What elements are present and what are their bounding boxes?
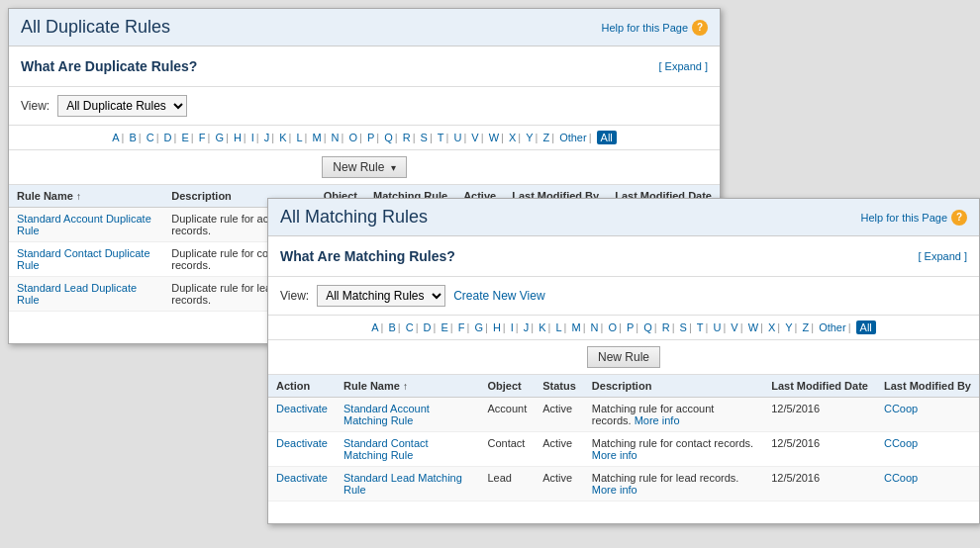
alpha-z-match[interactable]: Z <box>802 321 809 333</box>
standard-contact-dup-link[interactable]: Standard Contact Duplicate Rule <box>17 247 150 271</box>
alpha-o-dup[interactable]: O <box>348 132 357 143</box>
duplicate-panel-title: All Duplicate Rules <box>21 17 170 38</box>
alpha-l-dup[interactable]: L <box>296 132 302 143</box>
duplicate-view-select[interactable]: All Duplicate Rules <box>57 95 187 117</box>
alpha-j-match[interactable]: J <box>524 321 530 333</box>
ccoop-account-link[interactable]: CCoop <box>884 403 918 414</box>
duplicate-view-bar: View: All Duplicate Rules <box>9 87 720 126</box>
alpha-g-match[interactable]: G <box>474 321 483 333</box>
alpha-w-match[interactable]: W <box>748 321 758 333</box>
modified-date-cell: 12/5/2016 <box>763 432 876 467</box>
matching-new-rule-bar: New Rule <box>268 340 979 375</box>
alpha-p-match[interactable]: P <box>627 321 634 333</box>
alpha-n-match[interactable]: N <box>591 321 599 333</box>
standard-contact-match-link[interactable]: Standard Contact Matching Rule <box>343 437 429 461</box>
alpha-a-match[interactable]: A <box>371 321 378 333</box>
alpha-t-match[interactable]: T <box>697 321 704 333</box>
alpha-u-dup[interactable]: U <box>453 132 461 143</box>
matching-info-title: What Are Matching Rules? <box>280 248 455 264</box>
alpha-i-match[interactable]: I <box>511 321 514 333</box>
alpha-q-match[interactable]: Q <box>643 321 652 333</box>
alpha-q-dup[interactable]: Q <box>384 132 393 143</box>
alpha-c-dup[interactable]: C <box>147 132 154 143</box>
deactivate-lead-link[interactable]: Deactivate <box>276 472 328 484</box>
alpha-r-dup[interactable]: R <box>403 132 411 143</box>
action-cell: Deactivate <box>268 398 336 432</box>
alpha-m-dup[interactable]: M <box>312 132 321 143</box>
matching-table: Action Rule Name ↑ Object Status Descrip… <box>268 375 979 502</box>
alpha-u-match[interactable]: U <box>713 321 721 333</box>
matching-help-link[interactable]: Help for this Page ? <box>861 210 967 226</box>
col-last-modified-date-match: Last Modified Date <box>763 375 876 398</box>
standard-account-match-link[interactable]: Standard Account Matching Rule <box>343 403 430 426</box>
alpha-r-match[interactable]: R <box>662 321 670 333</box>
alpha-other-dup[interactable]: Other <box>559 132 587 143</box>
deactivate-account-link[interactable]: Deactivate <box>276 403 328 414</box>
alpha-t-dup[interactable]: T <box>438 132 444 143</box>
alpha-d-match[interactable]: D <box>424 321 432 333</box>
standard-lead-match-link[interactable]: Standard Lead Matching Rule <box>343 472 462 496</box>
ccoop-lead-link[interactable]: CCoop <box>884 472 918 484</box>
alpha-l-match[interactable]: L <box>555 321 561 333</box>
ccoop-contact-link[interactable]: CCoop <box>884 437 918 449</box>
alpha-m-match[interactable]: M <box>571 321 580 333</box>
alpha-w-dup[interactable]: W <box>489 132 499 143</box>
alpha-d-dup[interactable]: D <box>164 132 172 143</box>
alpha-y-dup[interactable]: Y <box>526 132 533 143</box>
alpha-z-dup[interactable]: Z <box>542 132 549 143</box>
standard-lead-dup-link[interactable]: Standard Lead Duplicate Rule <box>17 282 137 306</box>
help-icon-dup: ? <box>692 20 708 36</box>
alpha-h-dup[interactable]: H <box>234 132 242 143</box>
duplicate-expand-link[interactable]: [ Expand ] <box>658 60 708 72</box>
more-info-contact-link[interactable]: More info <box>592 449 637 461</box>
duplicate-new-rule-button[interactable]: New Rule ▾ <box>322 156 406 178</box>
alpha-k-dup[interactable]: K <box>279 132 286 143</box>
sort-icon-dup: ↑ <box>76 191 81 202</box>
alpha-other-match[interactable]: Other <box>819 321 846 333</box>
duplicate-new-rule-bar: New Rule ▾ <box>9 150 720 185</box>
alpha-v-match[interactable]: V <box>731 321 737 333</box>
help-text-dup: Help for this Page <box>602 22 688 34</box>
alpha-o-match[interactable]: O <box>608 321 617 333</box>
alpha-all-dup[interactable]: All <box>597 131 617 144</box>
alpha-j-dup[interactable]: J <box>264 132 270 143</box>
description-cell: Matching rule for account records. More … <box>584 398 763 432</box>
alpha-b-dup[interactable]: B <box>129 132 136 143</box>
alpha-b-match[interactable]: B <box>388 321 395 333</box>
matching-view-select[interactable]: All Matching Rules <box>317 285 445 307</box>
alpha-f-dup[interactable]: F <box>199 132 206 143</box>
alpha-e-match[interactable]: E <box>441 321 447 333</box>
duplicate-help-link[interactable]: Help for this Page ? <box>602 20 708 36</box>
alpha-f-match[interactable]: F <box>458 321 465 333</box>
alpha-h-match[interactable]: H <box>493 321 501 333</box>
alpha-k-match[interactable]: K <box>539 321 545 333</box>
deactivate-contact-link[interactable]: Deactivate <box>276 437 328 449</box>
alpha-s-match[interactable]: S <box>680 321 687 333</box>
more-info-account-link[interactable]: More info <box>635 414 680 426</box>
more-info-lead-link[interactable]: More info <box>592 484 637 496</box>
alpha-x-dup[interactable]: X <box>509 132 516 143</box>
duplicate-info-section: What Are Duplicate Rules? [ Expand ] <box>9 46 720 87</box>
alpha-p-dup[interactable]: P <box>367 132 374 143</box>
alpha-n-dup[interactable]: N <box>332 132 340 143</box>
alpha-c-match[interactable]: C <box>406 321 414 333</box>
matching-expand-link[interactable]: [ Expand ] <box>918 250 967 262</box>
alpha-v-dup[interactable]: V <box>471 132 478 143</box>
matching-new-rule-button[interactable]: New Rule <box>587 346 660 368</box>
matching-panel-header: All Matching Rules Help for this Page ? <box>268 199 979 236</box>
object-cell: Lead <box>479 467 535 502</box>
alpha-a-dup[interactable]: A <box>112 132 119 143</box>
duplicate-alpha-nav: A| B| C| D| E| F| G| H| I| J| K| L| M| N… <box>9 126 720 150</box>
alpha-x-match[interactable]: X <box>768 321 775 333</box>
alpha-s-dup[interactable]: S <box>421 132 428 143</box>
col-rule-name-dup: Rule Name ↑ <box>9 185 163 208</box>
alpha-g-dup[interactable]: G <box>215 132 224 143</box>
alpha-i-dup[interactable]: I <box>251 132 254 143</box>
table-row: Deactivate Standard Contact Matching Rul… <box>268 432 979 467</box>
alpha-y-match[interactable]: Y <box>785 321 792 333</box>
standard-account-dup-link[interactable]: Standard Account Duplicate Rule <box>17 213 151 236</box>
modified-by-cell: CCoop <box>876 432 979 467</box>
create-new-view-link[interactable]: Create New View <box>453 289 544 303</box>
alpha-all-match[interactable]: All <box>856 320 876 334</box>
alpha-e-dup[interactable]: E <box>181 132 188 143</box>
